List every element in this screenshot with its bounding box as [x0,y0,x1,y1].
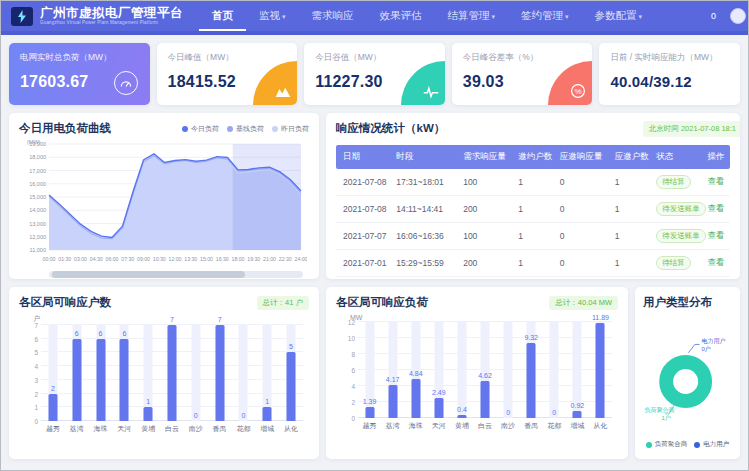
user-avatar[interactable] [730,8,746,24]
kpi-card-grid-realtime-load: 电网实时总负荷（MW）17603.67 [9,43,150,105]
beijing-time-badge: 北京时间 2021-07-08 18:1 [643,121,740,137]
donut-label-aggregator-name: 负荷聚合商 [644,406,674,413]
bar-column-白云: 7 [160,325,184,421]
bar [388,385,397,418]
legend-item-power-user[interactable]: 电力用户 [694,440,729,449]
bar-column-越秀: 2 [41,325,65,421]
nav-item-contract-management[interactable]: 签约管理▾ [508,1,582,31]
x-axis-label: 海珠 [89,424,113,434]
legend-item-aggregator[interactable]: 负荷聚合商 [646,440,688,449]
table-row: 2021-07-0115:29~15:59200101待结算查看 [336,250,730,277]
x-axis-label: 增城 [566,421,589,431]
legend-item-series-0[interactable]: 今日负荷 [182,124,219,134]
svg-text:18:00: 18:00 [232,256,245,262]
legend-item-series-1[interactable]: 基线负荷 [227,124,264,134]
view-link[interactable]: 查看 [707,257,724,267]
svg-text:11,000: 11,000 [30,247,46,253]
y-axis-tick: 5 [23,349,38,356]
load-curve-panel: 今日用电负荷曲线 今日负荷基线负荷昨日负荷 19,00018,00017,000… [9,113,319,279]
bar [457,415,466,418]
chart-zoom-range[interactable] [52,271,245,278]
bar-background-band [504,322,513,418]
nav-item-effect-evaluation[interactable]: 效果评估 [367,1,435,31]
bar-column-白云: 4.62 [473,322,496,418]
bar [434,398,443,418]
y-axis-tick: 2 [340,399,355,406]
cell-period: 14:11~14:41 [389,204,456,214]
nav-item-demand-response[interactable]: 需求响应 [299,1,367,31]
load-curve-title: 今日用电负荷曲线 [19,121,111,136]
legend-label: 今日负荷 [191,124,219,134]
notification-count[interactable]: 0 [711,11,716,21]
cell-accepted-amount: 0 [553,231,608,241]
bar-value-label: 4.84 [404,370,427,377]
cell-period: 16:06~16:36 [389,231,456,241]
bar-value-label: 4.62 [473,372,496,379]
district-load-x-axis: 越秀荔湾海珠天河黄埔白云南沙番禺花都增城从化 [358,421,612,431]
cell-demand: 200 [456,258,511,268]
load-total-badge: 总计：40.04 MW [549,296,618,310]
x-axis-label: 花都 [543,421,566,431]
nav-item-monitor[interactable]: 监视▾ [246,1,299,31]
kpi-card-today-peak-valley-rate: 今日峰谷差率（%）39.03% [452,43,593,105]
top-navigation-bar: 广州市虚拟电厂管理平台 Guangzhou Virtual Power Plan… [1,1,748,31]
y-axis-tick: 8 [340,351,355,358]
bar-value-label: 11.89 [589,314,612,321]
households-total-badge: 总计：41 户 [257,296,309,310]
svg-text:21:00: 21:00 [263,256,276,262]
kpi-label: 电网实时总负荷（MW） [20,52,139,64]
bar-column-天河: 2.49 [427,322,450,418]
kpi-card-today-valley: 今日谷值（MW）11227.30 [304,43,445,105]
nav-item-settlement-management[interactable]: 结算管理▾ [435,1,509,31]
svg-text:07:30: 07:30 [121,256,134,262]
bar-column-黄埔: 0.4 [450,322,473,418]
view-link[interactable]: 查看 [707,176,724,186]
kpi-card-today-peak: 今日峰值（MW）18415.52 [157,43,298,105]
nav-item-parameter-config[interactable]: 参数配置▾ [582,1,656,31]
load-curve-chart: 19,00018,00017,00016,00015,00014,00013,0… [19,136,307,266]
bar [167,325,176,421]
table-column-header-0: 日期 [336,151,389,163]
district-households-title: 各区局可响应户数 [19,295,111,310]
bar-column-从化: 5 [279,325,303,421]
bar-column-越秀: 1.39 [358,322,381,418]
chart-zoom-slider[interactable] [49,271,303,278]
bar [287,352,296,421]
cell-accepted-count: 1 [608,231,649,241]
donut-label-aggregator-count: 1户 [661,414,670,421]
legend-label: 基线负荷 [236,124,264,134]
svg-text:10:30: 10:30 [153,256,166,262]
donut-slice-aggregator[interactable] [666,362,705,401]
view-link[interactable]: 查看 [707,230,724,240]
bar-value-label: 1.39 [358,398,381,405]
y-axis-tick: 0 [340,415,355,422]
bar-column-番禺: 7 [208,325,232,421]
bar [365,407,374,418]
svg-text:24:00: 24:00 [295,256,307,262]
view-link[interactable]: 查看 [707,203,724,213]
x-axis-label: 天河 [112,424,136,434]
bar [596,323,605,418]
kpi-value: 40.04/39.12 [610,73,729,90]
y-axis-tick: 1 [23,404,38,411]
bar-value-label: 0 [543,409,566,416]
gauge-icon [114,71,138,95]
bar [215,325,224,421]
status-badge: 待发送账单 [656,229,706,243]
bar [263,407,272,421]
cell-accepted-amount: 0 [553,177,608,187]
bar-column-南沙: 0 [184,325,208,421]
bar [527,343,536,418]
cell-accepted-count: 1 [608,177,649,187]
table-column-header-7: 操作 [700,151,730,163]
svg-text:04:30: 04:30 [90,256,103,262]
cell-period: 15:29~15:59 [389,258,456,268]
y-axis-tick: 6 [340,367,355,374]
x-axis-label: 增城 [255,424,279,434]
bar-value-label: 9.32 [520,334,543,341]
status-badge: 待结算 [656,256,691,270]
bar-column-增城: 0.92 [566,322,589,418]
cell-date: 2021-07-01 [336,258,389,268]
legend-item-series-2[interactable]: 昨日负荷 [272,124,309,134]
nav-item-home[interactable]: 首页 [199,1,246,31]
